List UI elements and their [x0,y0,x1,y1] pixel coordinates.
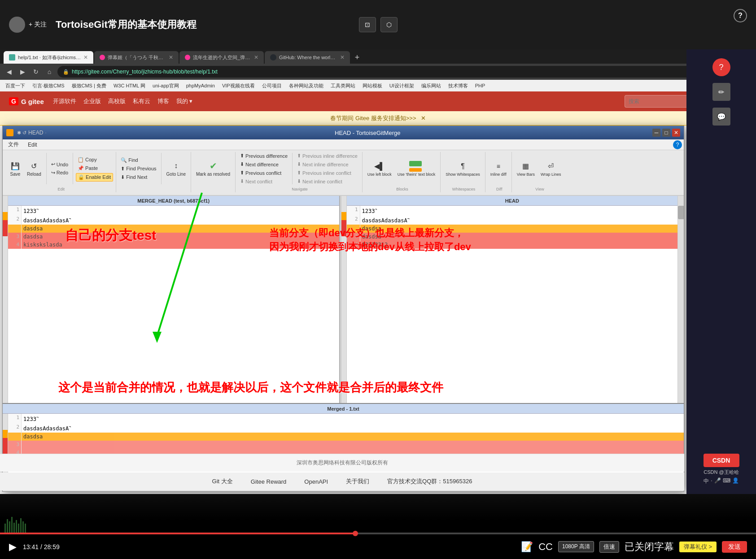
bookmark-ui[interactable]: UI设计框架 [388,82,416,89]
bookmark-php[interactable]: PHP [473,83,487,88]
browser-tab-2[interactable]: 弹幕姬（「うつろ 千秋~ - bilibili ✕ [94,51,179,64]
danmaku-icon[interactable]: 📝 [521,541,533,553]
gitee-nav-university[interactable]: 高校版 [108,97,126,105]
enable-edit-button[interactable]: 🔒 Enable Edit [76,173,113,182]
gitee-search-input[interactable] [625,95,696,108]
tgm-menu-file[interactable]: 文件 [4,140,22,149]
prev-diff-button[interactable]: ⬆ Previous difference [238,152,289,160]
gitee-nav-enterprise[interactable]: 企业版 [83,97,101,105]
next-conflict-button[interactable]: ⬇ Next conflict [238,178,289,185]
bookmark-baidu[interactable]: 百度一下 [4,82,27,89]
play-button[interactable]: ▶ [9,541,17,553]
next-diff-button[interactable]: ⬇ Next difference [238,160,289,168]
tab-close-2[interactable]: ✕ [169,54,173,61]
goto-line-button[interactable]: ↕ Goto Line [164,159,188,178]
prev-inline-conf-button[interactable]: ⬆ Previous inline conflict [295,169,359,177]
prev-conflict-button[interactable]: ⬆ Previous conflict [238,169,289,177]
screen-fit-button[interactable]: ⊡ [359,17,376,32]
find-button[interactable]: 🔍 Find [119,156,158,164]
gitee-nav-private[interactable]: 私有云 [133,97,150,105]
csdn-help-btn[interactable]: ? [712,58,730,76]
gitee-nav-opensource[interactable]: 开源软件 [53,97,76,105]
next-inline-conf-button[interactable]: ⬇ Next inline conflict [295,178,359,185]
refresh-button[interactable]: ↻ [31,66,41,77]
forward-button[interactable]: ▶ [17,66,28,77]
csdn-keyboard-icon[interactable]: ⌨ [723,477,730,485]
redo-button[interactable]: ↪ Redo [49,169,70,177]
tab-close-3[interactable]: ✕ [254,54,258,61]
bookmark-vip[interactable]: VIP视频在线看 [220,82,257,89]
bookmark-project[interactable]: 公司项目 [260,82,284,89]
mark-resolved-button[interactable]: ✔ Mark as resolved [194,159,232,178]
speed-selector[interactable]: 倍速 [599,541,619,553]
find-previous-button[interactable]: ⬆ Find Previous [119,165,158,173]
use-theirs-button[interactable]: Use 'theirs' text block [395,160,437,178]
footer-openapi[interactable]: OpenAPI [304,478,328,485]
save-button[interactable]: 💾 Save [7,159,23,178]
pip-button[interactable]: ⬡ [380,17,398,32]
bookmark-yiyan[interactable]: 引言·极致CMS [31,82,66,89]
bookmark-templates[interactable]: 网站模板 [361,82,384,89]
gift-label[interactable]: 弹幕礼仪 > [679,542,717,552]
address-bar[interactable]: 🔒 https://gitee.com/Cherry_toto/jizhicms… [57,66,732,78]
inline-diff-button[interactable]: ≡ Inline diff [488,160,509,178]
new-tab-button[interactable]: + [351,51,363,64]
bookmark-tools[interactable]: 工具类网站 [329,82,357,89]
video-right-controls: 📝 CC 1080P 高清 倍速 已关闭字幕 弹幕礼仪 > 发送 [521,540,747,554]
footer-gitee-reward[interactable]: Gitee Reward [251,478,286,485]
browser-tab-3[interactable]: 流年生逝的个人空间_弹幕姬理 bilibili ✕ [179,51,264,64]
right-scrollbar[interactable] [677,196,684,403]
notice-close[interactable]: ✕ [421,115,426,121]
browser-tab-1[interactable]: help/1.txt · 如洋春/jizhicms-hub ✕ [4,51,93,64]
view-bars-button[interactable]: ▦ View Bars [515,160,537,178]
gitee-nav-mine[interactable]: 我的 ▾ [176,97,193,105]
csdn-chat-btn[interactable]: 💬 [712,108,730,126]
footer-about[interactable]: 关于我们 [346,477,369,485]
bookmark-tech[interactable]: 技术博客 [446,82,470,89]
next-inline-diff-button[interactable]: ⬇ Next inline difference [295,160,359,168]
bookmark-phpmyadmin[interactable]: phpMyAdmin [184,83,217,88]
gitee-logo[interactable]: G G gitee [9,97,44,105]
browser-tab-4[interactable]: GitHub: Where the world builds... ✕ [265,51,350,64]
send-button[interactable]: 发送 [722,541,747,553]
paste-button[interactable]: 📌 Paste [76,165,113,172]
find-next-button[interactable]: ⬇ Find Next [119,173,158,181]
tab-close-4[interactable]: ✕ [340,54,345,61]
back-button[interactable]: ◀ [4,66,14,77]
csdn-edit-btn[interactable]: ✏ [712,83,730,101]
subtitle-toggle[interactable]: 已关闭字幕 [625,540,674,554]
tgm-close-button[interactable]: ✕ [672,129,680,137]
tgm-menu-edit[interactable]: Edit [24,141,41,149]
bookmark-w3c[interactable]: W3C HTML 网 [112,82,147,89]
tgm-maximize-button[interactable]: □ [662,129,670,137]
follow-button[interactable]: + 关注 [29,21,47,29]
help-button[interactable]: ? [734,9,747,22]
reload-button[interactable]: ↺ Reload [25,159,44,178]
video-top-controls[interactable]: ⊡ ⬡ [359,17,398,32]
bookmark-uniapp[interactable]: uni-app官网 [151,82,181,89]
bookmark-various[interactable]: 各种网站及功能 [287,82,325,89]
tab-close-1[interactable]: ✕ [83,54,88,61]
csdn-mic-icon[interactable]: 🎤 [714,477,721,485]
csdn-cn-icon[interactable]: 中 [704,477,709,485]
prev-inline-diff-button[interactable]: ⬆ Previous inline difference [295,152,359,160]
caption-icon[interactable]: CC [538,541,553,553]
video-progress-bar[interactable] [0,533,756,534]
tgm-help-button[interactable]: ? [673,140,682,149]
footer-git[interactable]: Git 大全 [212,477,233,485]
undo-button[interactable]: ↩ Undo [49,160,70,168]
use-left-block-button[interactable]: ◀▌ Use left block [365,160,394,178]
quality-selector[interactable]: 1080P 高清 [558,541,594,552]
show-whitespace-button[interactable]: ¶ Show Whitespaces [443,160,482,178]
gitee-nav-blog[interactable]: 博客 [157,97,169,105]
bookmark-music[interactable]: 编乐网站 [420,82,443,89]
video-progress-dot[interactable] [353,531,358,536]
csdn-user-icon[interactable]: 👤 [732,477,739,485]
tab-favicon-1 [9,54,15,61]
scrollbar-thumb[interactable] [678,206,684,219]
bookmark-jizhicms[interactable]: 极致CMS | 免费 [70,82,108,89]
copy-button[interactable]: 📋 Copy [76,156,113,164]
wrap-lines-button[interactable]: ⏎ Wrap Lines [538,160,563,178]
home-button[interactable]: ⌂ [44,66,55,77]
tgm-minimize-button[interactable]: ─ [652,129,660,137]
